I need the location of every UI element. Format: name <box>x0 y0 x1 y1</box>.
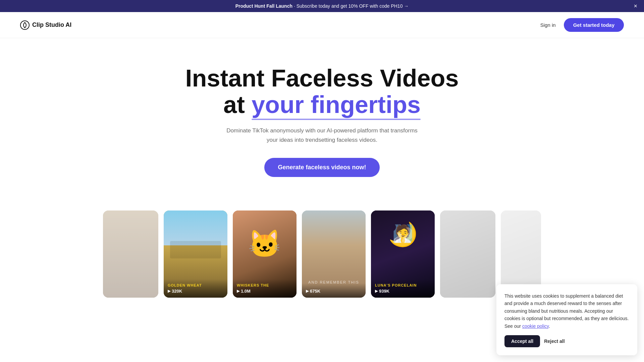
hero-title-plain: at <box>223 91 252 118</box>
hero-title-accent: your fingertips <box>252 92 421 118</box>
logo-text: Clip Studio AI <box>32 21 71 28</box>
banner-separator: · <box>294 3 295 9</box>
play-icon-3: ▶ <box>237 289 239 293</box>
card-3-label: WHISKERS THE <box>237 283 292 287</box>
card-5-label: LUNA'S PORCELAIN <box>375 283 431 287</box>
person-figure: 🧖 <box>392 224 413 243</box>
cookie-text: This website uses cookies to supplement … <box>504 292 629 298</box>
banner-offer-text: Subscribe today and get 10% OFF with cod… <box>297 3 409 9</box>
logo-icon <box>20 20 30 30</box>
play-icon-2: ▶ <box>168 289 170 293</box>
video-card-6[interactable] <box>440 210 495 298</box>
hero-section: Instant Faceless Videos at your fingerti… <box>171 38 473 197</box>
hero-title: Instant Faceless Videos at your fingerti… <box>178 65 466 118</box>
cat-image: 🐱 <box>245 217 285 271</box>
logo-link[interactable]: Clip Studio AI <box>20 20 71 30</box>
banner-close-button[interactable]: × <box>634 3 637 9</box>
card-3-views: ▶ 1.0M <box>237 289 292 294</box>
navbar: Clip Studio AI Sign in Get started today <box>0 12 644 38</box>
hero-subtitle-line1: Dominate TikTok anonymously with our AI-… <box>226 127 418 134</box>
card-5-views: ▶ 939K <box>375 289 431 294</box>
play-icon-4: ▶ <box>306 289 309 293</box>
top-banner: Product Hunt Fall Launch · Subscribe tod… <box>0 0 644 12</box>
play-icon-5: ▶ <box>375 289 378 293</box>
video-card-2[interactable]: GOLDEN WHEAT ▶ 320K <box>164 210 227 298</box>
card-4-views: ▶ 675K <box>306 289 362 294</box>
video-card-4[interactable]: AND REMEMBER THIS ▶ 675K <box>302 210 366 298</box>
video-card-5[interactable]: 🌙 🧖 LUNA'S PORCELAIN ▶ 939K <box>371 210 435 298</box>
cookie-banner: This website uses cookies to supplement … <box>496 284 637 298</box>
sign-in-button[interactable]: Sign in <box>540 22 556 28</box>
video-gallery: GOLDEN WHEAT ▶ 320K 🐱 WHISKERS THE ▶ 1.0… <box>0 197 644 298</box>
video-card-1[interactable] <box>103 210 158 298</box>
hero-title-line1: Instant Faceless Videos <box>185 65 459 92</box>
card-2-views: ▶ 320K <box>168 289 223 294</box>
nav-right: Sign in Get started today <box>540 18 624 32</box>
banner-bold-text: Product Hunt Fall Launch <box>235 3 292 9</box>
hero-subtitle-line2: your ideas into trendsetting faceless vi… <box>267 137 377 143</box>
card-2-label: GOLDEN WHEAT <box>168 283 223 287</box>
hero-subtitle: Dominate TikTok anonymously with our AI-… <box>178 126 466 144</box>
video-card-3[interactable]: 🐱 WHISKERS THE ▶ 1.0M <box>233 210 297 298</box>
svg-point-0 <box>20 21 29 29</box>
hero-cta-button[interactable]: Generate faceless videos now! <box>264 158 379 177</box>
get-started-button[interactable]: Get started today <box>564 18 624 32</box>
